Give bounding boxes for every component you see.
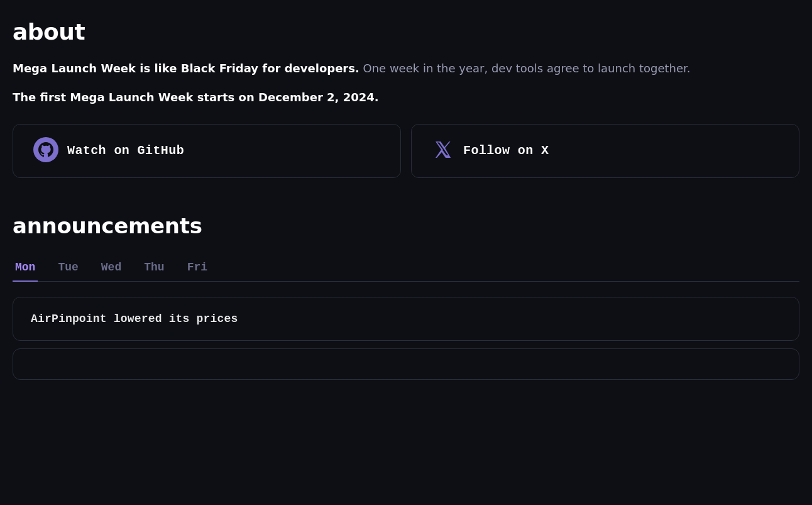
announcement-card-1: AirPinpoint lowered its prices — [13, 297, 799, 341]
description-second: The first Mega Launch Week starts on Dec… — [13, 91, 799, 104]
tab-wed[interactable]: Wed — [99, 256, 133, 281]
announcements-title: announcements — [13, 213, 799, 238]
x-button[interactable]: Follow on X — [411, 124, 799, 178]
svg-point-0 — [33, 137, 58, 162]
description-first: Mega Launch Week is like Black Friday fo… — [13, 60, 792, 78]
tab-thu[interactable]: Thu — [141, 256, 175, 281]
day-tabs: Mon Tue Wed Thu Fri — [13, 256, 799, 282]
github-button-label: Watch on GitHub — [67, 143, 184, 158]
announcement-card-partial — [13, 348, 799, 380]
x-button-label: Follow on X — [463, 143, 549, 158]
github-icon — [33, 137, 58, 165]
tab-fri[interactable]: Fri — [185, 256, 219, 281]
tab-tue[interactable]: Tue — [55, 256, 89, 281]
tab-mon[interactable]: Mon — [13, 256, 47, 281]
announcement-text-1: AirPinpoint lowered its prices — [31, 313, 238, 325]
description-bold: Mega Launch Week is like Black Friday fo… — [13, 62, 359, 75]
page-title: about — [13, 19, 799, 45]
github-button[interactable]: Watch on GitHub — [13, 124, 401, 178]
description-light: One week in the year, dev tools agree to… — [363, 62, 691, 75]
cta-buttons: Watch on GitHub Follow on X — [13, 124, 799, 178]
x-icon — [432, 138, 454, 164]
